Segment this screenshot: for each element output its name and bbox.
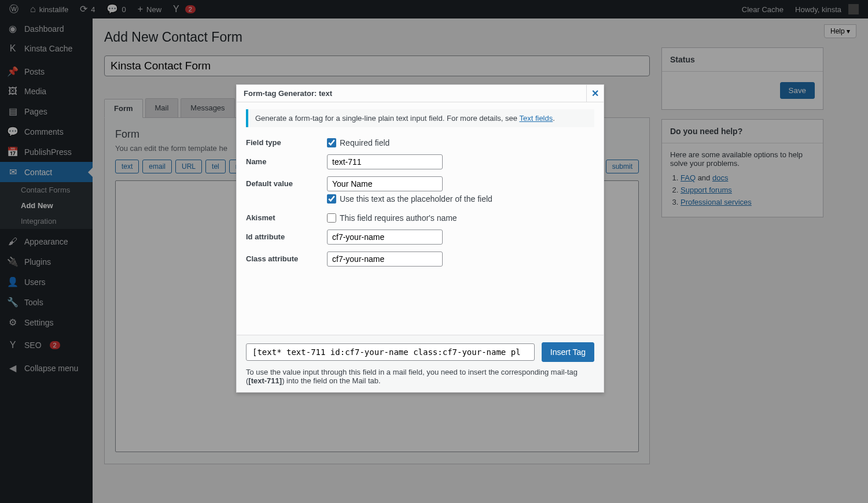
text-fields-link[interactable]: Text fields — [519, 114, 553, 123]
id-attribute-label: Id attribute — [246, 230, 327, 241]
default-value-input[interactable] — [327, 176, 443, 191]
required-field-checkbox[interactable] — [327, 138, 336, 147]
id-attribute-input[interactable] — [327, 230, 443, 245]
close-icon: ✕ — [591, 88, 599, 99]
placeholder-checkbox[interactable] — [327, 194, 336, 204]
placeholder-checkbox-label[interactable]: Use this text as the placeholder of the … — [327, 194, 594, 204]
default-value-label: Default value — [246, 176, 327, 188]
field-type-label: Field type — [246, 135, 327, 147]
required-field-checkbox-label[interactable]: Required field — [327, 138, 594, 147]
footer-hint: To use the value input through this fiel… — [246, 368, 594, 385]
class-attribute-label: Class attribute — [246, 252, 327, 263]
class-attribute-input[interactable] — [327, 252, 443, 267]
modal-notice: Generate a form-tag for a single-line pl… — [246, 109, 594, 127]
akismet-label: Akismet — [246, 210, 327, 222]
generated-tag-input[interactable] — [246, 343, 535, 361]
modal-close-button[interactable]: ✕ — [586, 85, 604, 102]
akismet-checkbox[interactable] — [327, 213, 336, 223]
akismet-checkbox-label[interactable]: This field requires author's name — [327, 213, 594, 223]
modal-title: Form-tag Generator: text — [244, 89, 332, 98]
name-label: Name — [246, 154, 327, 166]
insert-tag-button[interactable]: Insert Tag — [542, 342, 594, 362]
name-input[interactable] — [327, 154, 443, 169]
form-tag-generator-modal: Form-tag Generator: text ✕ Generate a fo… — [236, 84, 604, 393]
